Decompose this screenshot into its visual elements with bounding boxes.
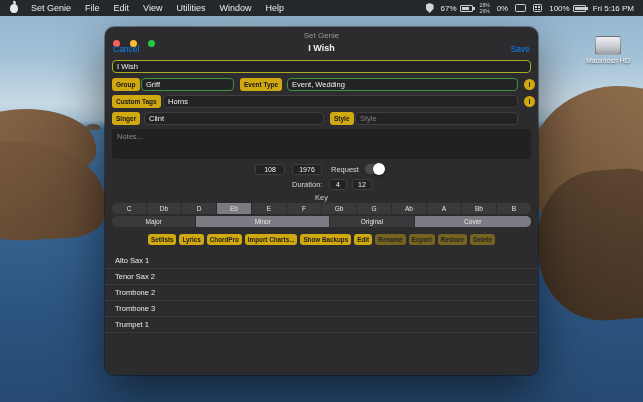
key-segment[interactable]: Eb [217, 203, 252, 214]
key-segment[interactable]: A [427, 203, 462, 214]
style-input[interactable]: Style [355, 112, 518, 125]
grid-icon[interactable] [533, 4, 542, 12]
mode-segment[interactable]: Cover [415, 216, 531, 227]
stack-top-percent: 28% [480, 3, 490, 8]
sea-rock [86, 124, 100, 130]
action-button[interactable]: Setlists [148, 234, 176, 245]
battery1-percent: 67% [441, 4, 457, 13]
track-row[interactable]: Alto Sax 1 [105, 253, 538, 269]
group-label[interactable]: Group [112, 78, 140, 91]
key-segment[interactable]: G [357, 203, 392, 214]
year-input[interactable]: 1976 [292, 164, 322, 175]
duration-label: Duration: [292, 179, 322, 190]
menu-item[interactable]: File [78, 0, 107, 16]
mode-segment[interactable]: Minor [196, 216, 330, 227]
song-title-header: I Wish [105, 43, 538, 53]
event-type-input[interactable]: Event, Wedding [287, 78, 518, 91]
menu-item[interactable]: Help [258, 0, 291, 16]
key-segment[interactable]: C [112, 203, 147, 214]
action-button[interactable]: Restore [438, 234, 467, 245]
battery-icon [460, 5, 473, 12]
mode-segmented-control: MajorMinorOriginalCover [112, 216, 531, 227]
menu-clock[interactable]: Fri 5:16 PM [593, 4, 634, 13]
key-segment[interactable]: Gb [322, 203, 357, 214]
apple-menu-icon[interactable] [10, 4, 18, 13]
menu-item[interactable]: Utilities [169, 0, 212, 16]
mode-segment[interactable]: Original [330, 216, 414, 227]
action-button[interactable]: Import Charts... [245, 234, 298, 245]
volume-label: Macintosh HD [585, 57, 631, 64]
info-button-1[interactable]: i [524, 79, 535, 90]
key-segment[interactable]: Bb [462, 203, 497, 214]
action-button[interactable]: ChordPro [207, 234, 242, 245]
singer-label[interactable]: Singer [112, 112, 140, 125]
track-list: Alto Sax 1Tenor Sax 2Trombone 2Trombone … [105, 253, 538, 333]
notes-textarea[interactable]: Notes... [112, 129, 531, 159]
track-row[interactable]: Trumpet 1 [105, 317, 538, 333]
toggle-knob [373, 163, 385, 175]
key-segmented-control: CDbDEbEFGbGAbABbB [112, 203, 531, 214]
battery-status-2[interactable]: 100% [549, 4, 585, 13]
menu-item[interactable]: Edit [107, 0, 137, 16]
action-button[interactable]: Edit [354, 234, 372, 245]
stack-bottom-percent: 26% [480, 9, 490, 14]
display-icon[interactable] [515, 4, 526, 12]
status-area: 67% 28% 26% 0% 100% Fri 5:16 PM [426, 3, 643, 14]
battery-full-icon [573, 5, 586, 12]
action-button[interactable]: Export [409, 234, 435, 245]
action-button[interactable]: Delete [470, 234, 495, 245]
singer-input[interactable]: Clint [144, 112, 324, 125]
action-button[interactable]: Rename [375, 234, 406, 245]
tempo-input[interactable]: 108 [255, 164, 285, 175]
track-row[interactable]: Trombone 2 [105, 285, 538, 301]
battery2-percent: 100% [549, 4, 569, 13]
key-segment[interactable]: E [252, 203, 287, 214]
custom-tags-input[interactable]: Horns [163, 95, 518, 108]
style-label[interactable]: Style [330, 112, 354, 125]
key-segment[interactable]: F [287, 203, 322, 214]
duration-seconds-input[interactable]: 12 [352, 179, 372, 190]
group-input[interactable]: Griff [141, 78, 234, 91]
action-button[interactable]: Show Backups [300, 234, 351, 245]
request-label: Request [331, 164, 359, 175]
menu-bar: Set GenieFileEditViewUtilitiesWindowHelp… [0, 0, 643, 16]
key-segment[interactable]: D [182, 203, 217, 214]
key-label: Key [105, 193, 538, 202]
desktop-icon-macintosh-hd[interactable]: Macintosh HD [585, 36, 631, 64]
set-genie-window: Set Genie Cancel I Wish Save I Wish Grou… [105, 27, 538, 375]
action-button[interactable]: Lyrics [179, 234, 203, 245]
mode-segment[interactable]: Major [112, 216, 196, 227]
key-segment[interactable]: Ab [392, 203, 427, 214]
battery-status-1[interactable]: 67% [441, 4, 473, 13]
window-title: Set Genie [105, 31, 538, 40]
track-row[interactable]: Trombone 3 [105, 301, 538, 317]
shield-icon[interactable] [426, 3, 434, 13]
gpu-percent[interactable]: 0% [497, 4, 509, 13]
menu-item[interactable]: Set Genie [24, 0, 78, 16]
key-segment[interactable]: Db [147, 203, 182, 214]
hard-drive-icon [595, 36, 621, 55]
key-segment[interactable]: B [497, 203, 531, 214]
info-button-2[interactable]: i [524, 96, 535, 107]
action-button-row: SetlistsLyricsChordProImport Charts...Sh… [112, 234, 531, 245]
menu-item[interactable]: Window [212, 0, 258, 16]
request-toggle[interactable] [365, 164, 384, 174]
song-title-input[interactable]: I Wish [112, 60, 531, 73]
save-button[interactable]: Save [511, 44, 530, 54]
track-row[interactable]: Tenor Sax 2 [105, 269, 538, 285]
menu-item[interactable]: View [136, 0, 169, 16]
duration-minutes-input[interactable]: 4 [329, 179, 347, 190]
event-type-label[interactable]: Event Type [240, 78, 282, 91]
cpu-monitor[interactable]: 28% 26% [480, 3, 490, 14]
app-menus: Set GenieFileEditViewUtilitiesWindowHelp [24, 0, 291, 16]
custom-tags-label[interactable]: Custom Tags [112, 95, 161, 108]
